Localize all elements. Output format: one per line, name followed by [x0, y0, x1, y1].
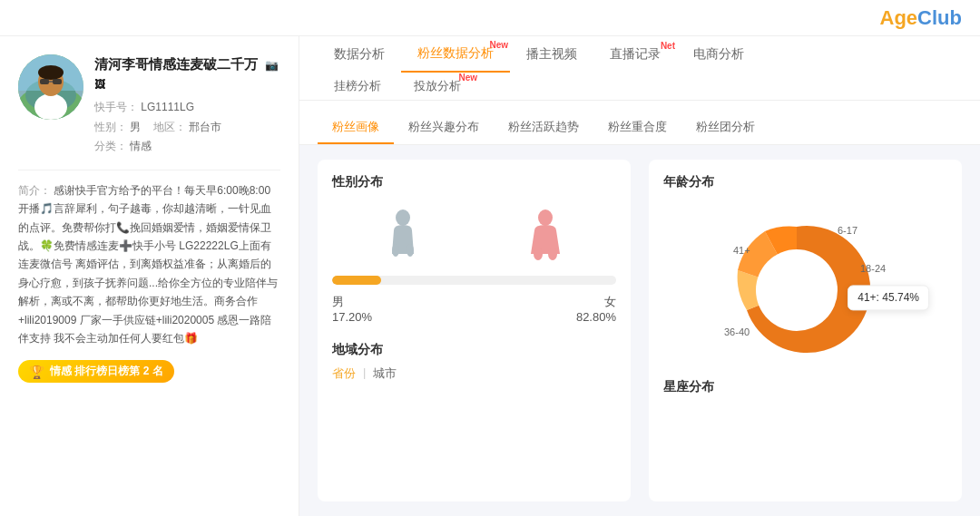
svg-text:6-17: 6-17: [838, 225, 858, 236]
profile-top: 清河李哥情感连麦破二千万 📷 🖼 快手号： LG1111LG 性别： 男 地区：…: [18, 54, 280, 157]
profile-id: 快手号： LG1111LG: [94, 98, 280, 118]
svg-text:36-40: 36-40: [724, 326, 750, 337]
svg-point-13: [538, 209, 553, 226]
fan-tab-group[interactable]: 粉丝团分析: [681, 112, 769, 144]
bio-section: 简介： 感谢快手官方给予的平台！每天早6:00晚8:00开播🎵言辞犀利，句子越毒…: [18, 170, 280, 348]
gender-title: 性别分布: [332, 174, 616, 190]
region-city-link[interactable]: 城市: [373, 365, 397, 382]
fan-tab-portrait[interactable]: 粉丝画像: [318, 112, 394, 144]
top-tabs: 数据分析 粉丝数据分析 New 播主视频 直播记录 Net 电商分析: [299, 36, 980, 101]
logo-age: Age: [880, 6, 918, 29]
fan-tab-interests[interactable]: 粉丝兴趣分布: [394, 112, 494, 144]
tab-row-2: 挂榜分析 投放分析 New: [318, 73, 962, 100]
male-icon-wrap: [385, 209, 421, 263]
logo: AgeClub: [880, 6, 962, 30]
ranking-icon: 🏆: [29, 365, 44, 379]
tab-videos[interactable]: 播主视频: [510, 37, 593, 72]
star-section: 星座分布: [663, 379, 947, 395]
svg-point-16: [756, 249, 838, 331]
header: AgeClub: [0, 0, 980, 36]
svg-point-14: [534, 248, 543, 260]
gender-bar-male: [332, 276, 381, 285]
age-section: 年龄分布: [649, 160, 962, 501]
profile-meta: 快手号： LG1111LG 性别： 男 地区： 邢台市 分类： 情感: [94, 98, 280, 157]
donut-tooltip: 41+: 45.74%: [848, 285, 929, 310]
svg-rect-7: [40, 79, 49, 84]
male-icon: [385, 209, 421, 263]
fan-tab-overlap[interactable]: 粉丝重合度: [593, 112, 681, 144]
tab-new-badge-fan: New: [489, 40, 508, 50]
svg-point-11: [392, 244, 399, 257]
tab-ecommerce[interactable]: 电商分析: [677, 37, 760, 72]
fan-tab-activity[interactable]: 粉丝活跃趋势: [494, 112, 593, 144]
avatar: [18, 54, 83, 120]
left-panel: 清河李哥情感连麦破二千万 📷 🖼 快手号： LG1111LG 性别： 男 地区：…: [0, 36, 299, 516]
sub-tab-placement[interactable]: 投放分析 New: [397, 73, 477, 100]
svg-point-6: [38, 65, 64, 80]
logo-club: Club: [917, 6, 962, 29]
sub-tab-ranking[interactable]: 挂榜分析: [318, 73, 397, 100]
fan-tabs: 粉丝画像 粉丝兴趣分布 粉丝活跃趋势 粉丝重合度 粉丝团分析: [299, 101, 980, 145]
age-title: 年龄分布: [663, 174, 947, 190]
gender-labels: 男 17.20% 女 82.80%: [332, 294, 616, 324]
gender-icons: [332, 209, 616, 263]
svg-point-15: [548, 248, 557, 260]
right-panel: 数据分析 粉丝数据分析 New 播主视频 直播记录 Net 电商分析: [299, 36, 980, 516]
profile-gender-region: 性别： 男 地区： 邢台市: [94, 118, 280, 138]
female-label: 女 82.80%: [576, 294, 616, 324]
ranking-badge: 🏆 情感 排行榜日榜第 2 名: [18, 360, 174, 383]
tab-live-records[interactable]: 直播记录 Net: [593, 37, 677, 72]
sub-tab-new-badge: New: [458, 73, 477, 83]
profile-name: 清河李哥情感连麦破二千万 📷 🖼: [94, 54, 280, 92]
region-links: 省份 | 城市: [332, 365, 616, 382]
region-section: 地域分布 省份 | 城市: [332, 342, 616, 382]
svg-text:18-24: 18-24: [860, 263, 886, 274]
svg-point-10: [396, 209, 410, 226]
gender-bar: [332, 276, 616, 285]
profile-category: 分类： 情感: [94, 137, 280, 157]
tab-row-1: 数据分析 粉丝数据分析 New 播主视频 直播记录 Net 电商分析: [318, 36, 962, 73]
content-area: 性别分布: [299, 145, 980, 516]
donut-container: 6-17 18-24 41+ 36-40 41+: 45.74%: [663, 209, 947, 372]
tab-fan-data-analysis[interactable]: 粉丝数据分析 New: [401, 36, 510, 73]
tab-new-badge-live: Net: [661, 41, 675, 51]
female-icon-wrap: [527, 209, 564, 263]
svg-point-12: [407, 244, 414, 257]
svg-rect-8: [53, 79, 62, 84]
tab-data-analysis[interactable]: 数据分析: [318, 37, 401, 72]
profile-name-section: 清河李哥情感连麦破二千万 📷 🖼 快手号： LG1111LG 性别： 男 地区：…: [94, 54, 280, 157]
gender-section: 性别分布: [318, 160, 631, 501]
svg-text:41+: 41+: [733, 245, 750, 256]
female-icon: [527, 209, 564, 263]
region-province-link[interactable]: 省份: [332, 365, 356, 382]
main-content: 清河李哥情感连麦破二千万 📷 🖼 快手号： LG1111LG 性别： 男 地区：…: [0, 36, 980, 516]
male-label: 男 17.20%: [332, 294, 372, 324]
